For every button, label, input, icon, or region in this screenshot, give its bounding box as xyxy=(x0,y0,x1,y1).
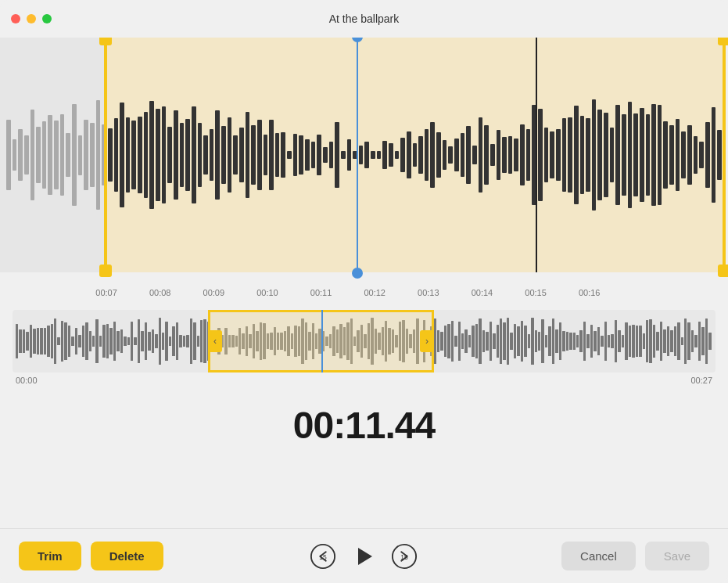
waveform-bar xyxy=(694,136,698,174)
waveform-bar xyxy=(36,127,41,184)
overview-bar xyxy=(267,333,269,348)
overview-bar xyxy=(155,334,157,348)
overview-bar xyxy=(71,336,74,346)
close-button[interactable] xyxy=(11,14,20,23)
play-button[interactable] xyxy=(352,545,375,568)
overview-bar xyxy=(235,336,238,346)
overview-bar xyxy=(583,322,586,361)
overview-bar xyxy=(531,318,533,365)
playhead[interactable] xyxy=(357,38,358,272)
overview-bar xyxy=(256,331,258,351)
overview-bar xyxy=(423,320,425,362)
waveform-canvas[interactable] xyxy=(0,38,728,272)
overview-bar xyxy=(538,332,540,350)
overview-waveform xyxy=(13,310,715,372)
overview-bar xyxy=(670,330,672,352)
save-button[interactable]: Save xyxy=(645,542,709,570)
waveform-bar xyxy=(96,100,101,209)
overview-bar xyxy=(61,321,63,362)
overview-bar xyxy=(179,335,181,347)
waveform-bar xyxy=(329,142,334,168)
overview-bar xyxy=(594,331,596,351)
overview-bar xyxy=(57,337,59,345)
overview-bar xyxy=(674,326,676,356)
overview-bar xyxy=(464,329,467,353)
trim-handle-right[interactable] xyxy=(723,38,726,272)
timecode-label: 00:13 xyxy=(418,288,439,297)
overview-bar xyxy=(51,324,53,358)
waveform-bar xyxy=(610,128,615,183)
overview-bar xyxy=(197,336,199,347)
waveform-bar xyxy=(705,122,710,187)
waveform-bar xyxy=(448,146,453,164)
overview-bar xyxy=(524,326,526,356)
overview-bar xyxy=(468,335,471,347)
overview-container[interactable]: ‹ › xyxy=(13,310,715,372)
timecode-label: 00:08 xyxy=(149,288,171,297)
overview-bar xyxy=(113,322,116,361)
waveform-bar xyxy=(305,139,310,171)
waveform-bar xyxy=(538,109,543,200)
overview-bar xyxy=(479,318,481,364)
overview-bar xyxy=(33,329,35,354)
overview-bar xyxy=(500,318,502,365)
waveform-bar xyxy=(646,114,651,195)
waveform-bar xyxy=(508,136,513,175)
overview-bar xyxy=(82,326,84,357)
overview-bar xyxy=(224,328,227,355)
overview-bar xyxy=(458,322,461,360)
overview-bar xyxy=(145,322,147,361)
overview-bar xyxy=(639,326,641,356)
waveform-bar xyxy=(472,146,477,164)
overview-bar xyxy=(159,318,161,365)
overview-bar xyxy=(357,330,359,353)
cancel-button[interactable]: Cancel xyxy=(561,542,636,570)
overview-bar xyxy=(287,326,289,356)
waveform-bar xyxy=(389,143,393,167)
overview-bar xyxy=(200,320,203,362)
skip-forward-button[interactable]: 15 xyxy=(391,543,418,570)
overview-bar xyxy=(64,322,66,359)
overview-bar xyxy=(339,324,342,358)
overview-bar xyxy=(169,336,171,346)
overview-bar xyxy=(656,332,658,351)
skip-back-button[interactable]: 15 xyxy=(310,543,336,570)
waveform-bar xyxy=(156,109,160,202)
overview-bar xyxy=(510,333,512,350)
waveform-bar xyxy=(550,131,554,178)
overview-bar xyxy=(54,318,56,363)
waveform-bar xyxy=(586,118,590,192)
minimize-button[interactable] xyxy=(27,14,36,23)
overview-bar xyxy=(364,334,366,348)
overview-bar xyxy=(632,325,634,358)
trim-handle-left[interactable] xyxy=(104,38,107,272)
delete-button[interactable]: Delete xyxy=(91,542,163,570)
overview-bar xyxy=(238,328,241,355)
waveform-container[interactable]: 00:0700:0800:0900:1000:1100:1200:1300:14… xyxy=(0,38,728,304)
waveform-bar xyxy=(162,106,167,203)
overview-bar xyxy=(280,333,282,351)
waveform-bar xyxy=(514,139,518,171)
overview-bar xyxy=(416,318,418,364)
waveform-bar xyxy=(717,130,722,181)
overview-bar xyxy=(336,329,339,354)
overview-bar xyxy=(260,322,262,361)
waveform-bar xyxy=(48,115,52,195)
overview-bar xyxy=(203,319,206,362)
waveform-bar xyxy=(407,131,411,178)
overview-bar xyxy=(78,335,81,347)
overview-bar xyxy=(37,328,39,354)
overview-bar xyxy=(514,324,516,358)
waveform-bar xyxy=(257,120,262,191)
trim-button[interactable]: Trim xyxy=(19,542,81,570)
timecode-label: 00:14 xyxy=(472,288,493,297)
overview-bar xyxy=(528,334,530,347)
waveform-bar xyxy=(568,117,572,193)
overview-bar xyxy=(284,331,286,352)
waveform-bar xyxy=(114,118,119,192)
waveform-bar xyxy=(60,114,65,196)
overview-bar xyxy=(148,332,150,351)
overview-bar xyxy=(127,337,130,346)
overview-bar xyxy=(277,333,279,351)
maximize-button[interactable] xyxy=(42,14,52,23)
